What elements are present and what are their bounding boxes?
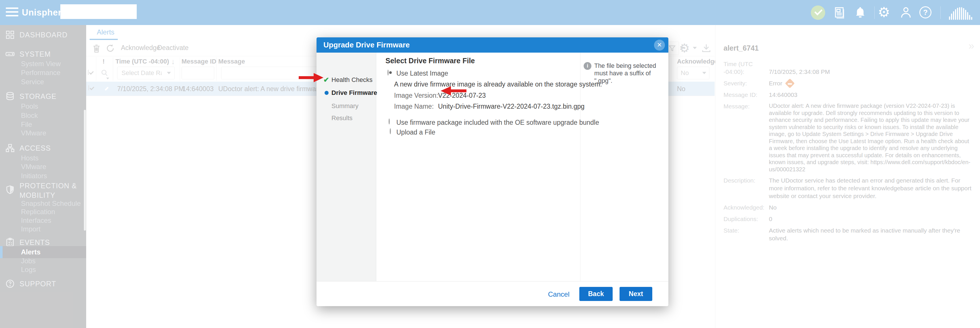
upload-file-radio[interactable]	[390, 128, 391, 134]
gpg-suffix-note: The file being selected must have a suff…	[594, 62, 668, 85]
image-name-label: Image Name:	[394, 102, 434, 110]
dialog-footer: Cancel Back Next	[317, 281, 668, 306]
use-oe-bundle-radio[interactable]	[388, 118, 390, 125]
upload-file-label[interactable]: Upload a File	[396, 128, 436, 136]
use-latest-image-label[interactable]: Use Latest Image	[396, 70, 448, 77]
dialog-title: Upgrade Drive Firmware	[323, 37, 410, 53]
annotation-arrow-use-latest-image	[441, 86, 466, 96]
dialog-header: Upgrade Drive Firmware ×	[317, 37, 668, 53]
next-button[interactable]: Next	[619, 287, 652, 301]
step-done-check-icon: ✔	[323, 75, 329, 85]
close-icon[interactable]: ×	[654, 40, 665, 51]
info-icon: i	[584, 62, 592, 70]
latest-image-description: A new drive firmware image is already av…	[394, 80, 602, 88]
use-oe-bundle-label[interactable]: Use firmware package included with the O…	[396, 119, 599, 126]
upgrade-drive-firmware-dialog: Upgrade Drive Firmware × ✔ Health Checks…	[317, 37, 668, 306]
step-current-dot-icon	[325, 91, 329, 95]
dialog-content-heading: Select Drive Firmware File	[385, 57, 475, 65]
image-version-label: Image Version:	[394, 92, 438, 99]
step-drive-firmware[interactable]: Drive Firmware	[331, 88, 377, 98]
cancel-button[interactable]: Cancel	[548, 290, 570, 298]
step-summary[interactable]: Summary	[331, 101, 358, 111]
back-button[interactable]: Back	[579, 287, 612, 301]
use-latest-image-radio[interactable]	[387, 70, 388, 75]
step-results[interactable]: Results	[331, 114, 352, 123]
wizard-steps-panel: ✔ Health Checks Drive Firmware Summary R…	[317, 53, 376, 281]
image-name-value: Unity-Drive-Firmware-V22-2024-07-23.tgz.…	[438, 102, 584, 110]
annotation-arrow-drive-firmware	[299, 72, 323, 83]
step-health-checks[interactable]: Health Checks	[331, 75, 372, 85]
